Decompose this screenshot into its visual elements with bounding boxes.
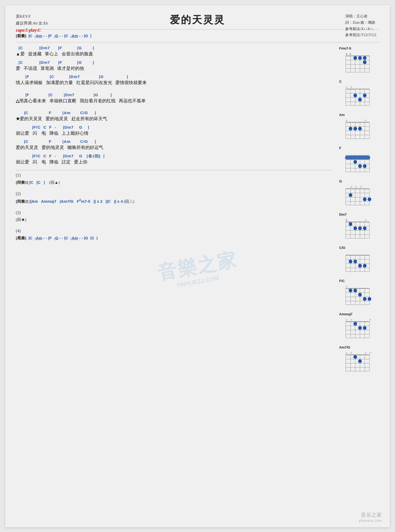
verse1-line2: |C |Dm7 |F |G | 爱 不说谎 算笔画 谁才是对的他: [16, 60, 332, 72]
chorus-line3: |C F |Am C/G | 爱的天灵灵 爱的地灵灵 唿唤所有的好运气: [16, 139, 332, 151]
svg-point-163: [358, 359, 362, 363]
interlude-3: (3) (回★): [16, 210, 332, 223]
chord-grid-f: [344, 151, 373, 175]
interlude-1-note: (回▲): [49, 180, 60, 185]
chord-name-fc: F/C: [339, 279, 345, 283]
chord-grid-am7g: o o o o: [344, 350, 373, 374]
svg-point-95: [353, 226, 357, 230]
chorus: |C F |Am C/G | ★爱的天灵灵 爱的地灵灵 赶走所有的坏天气 |F/…: [16, 110, 332, 165]
finger-label: 参考指法:T121T121: [345, 32, 377, 38]
interlude-2-num: (2): [16, 191, 332, 196]
chords-row: |C |Dm7 |F |G |: [16, 60, 332, 65]
chord-name-dm7: Dm7: [339, 212, 347, 216]
svg-point-109: [349, 260, 352, 263]
chords-row: |F |C |Dm7 |G |: [16, 74, 332, 79]
lyrics-row: 爱 不说谎 算笔画 谁才是对的他: [16, 65, 332, 72]
interlude-1-chords: |C |C |: [29, 180, 48, 185]
section-divider-1: [16, 42, 379, 42]
interlude-1-bracket: [间奏1]: [16, 180, 28, 185]
interlude-4-chords: |C -Am - - |F -G - - |C -Am - - |G |C |: [27, 236, 98, 240]
svg-text:o: o: [350, 85, 352, 89]
svg-point-162: [353, 355, 357, 359]
chord-cg: C/G: [337, 246, 379, 274]
chord-name-ammaj7: Ammaj7: [339, 312, 353, 316]
original-key: 原KEY:F: [16, 13, 48, 20]
header: 原KEY:F 建议男调:Ab 女:Eb capo:5 play:C 爱的天灵灵 …: [16, 13, 379, 27]
svg-text:x: x: [346, 218, 347, 221]
svg-point-94: [349, 222, 352, 226]
svg-point-63: [363, 164, 367, 168]
svg-text:o: o: [369, 351, 371, 354]
svg-text:o: o: [346, 119, 347, 122]
interlude-divider: [16, 170, 332, 170]
chord-fm7-5: F#m7-5 x x: [337, 46, 379, 75]
svg-point-14: [358, 56, 362, 60]
interlude-4-bracket: [尾奏]: [16, 236, 26, 240]
chord-grid-c: o o: [344, 84, 373, 108]
svg-point-125: [349, 289, 352, 292]
chord-diagrams: F#m7-5 x x: [337, 45, 379, 374]
interlude-1: (1) [间奏1] |C |C | (回▲): [16, 173, 332, 186]
prelude-bracket: [前奏]: [16, 34, 26, 38]
chord-g: G o o o: [337, 179, 379, 208]
chord-am: Am o: [337, 113, 379, 141]
interlude-4-num: (4): [16, 229, 332, 233]
chord-name-c: C: [339, 80, 342, 84]
chord-fc: F/C o: [337, 279, 379, 307]
svg-point-78: [349, 193, 352, 197]
svg-text:o: o: [346, 318, 347, 321]
lyrics-label: 詞：Zion 曲：璃路: [345, 20, 377, 26]
svg-point-62: [358, 164, 362, 168]
chorus-line1: |C F |Am C/G | ★爱的天灵灵 爱的地灵灵 赶走所有的坏天气: [16, 110, 332, 122]
svg-point-127: [358, 293, 362, 297]
chord-name-f: F: [339, 146, 341, 150]
brand-cn: 音乐之家: [359, 511, 382, 519]
svg-point-16: [363, 56, 367, 60]
chorus-pre-line1: |F |C |Dm7 |G | △用真心看未来 幸福铁口直断 我拉着月老的红线 …: [16, 92, 332, 104]
interlude-2-note: (回△): [124, 199, 134, 204]
svg-point-13: [353, 56, 357, 60]
chords-row: |C |Dm7 |F |G |: [16, 45, 332, 51]
svg-text:x: x: [349, 52, 351, 55]
interlude-1-num: (1): [16, 173, 332, 178]
prelude-chords: |C -Am - - |F -G - - |C -Am - - |G |: [27, 33, 92, 38]
svg-rect-60: [345, 156, 370, 159]
header-divider: [16, 29, 379, 30]
bottom-brand: 音乐之家 yinyuezj.com: [359, 511, 382, 523]
chorus-line2: |F/C C F - |Dm7 G | 就让爱 闪 电 降临 上上籤好心情: [16, 124, 332, 137]
chords-row: |C F |Am C/G |: [16, 110, 332, 115]
svg-text:o: o: [350, 185, 352, 188]
svg-point-15: [363, 60, 367, 64]
song-title: 爱的天灵灵: [16, 13, 379, 27]
chords-row: |F |C |Dm7 |G |: [16, 92, 332, 98]
interlude-3-line: (回★): [16, 216, 332, 223]
chord-name-cg: C/G: [339, 246, 345, 250]
song-content: |C |Dm7 |F |G | ▲爱 捉迷藏 掌心上 会冒出谁的脸庞 |C |D…: [16, 45, 337, 374]
svg-text:o: o: [346, 285, 347, 288]
chord-grid-fc: o: [344, 284, 373, 307]
svg-text:o: o: [365, 351, 366, 354]
page: 音樂之家 YINYUEZJ.COM 原KEY:F 建议男调:Ab 女:Eb ca…: [5, 5, 390, 527]
verse1-line3: |F |C |Dm7 |G | 情人庙求铜板 加满爱的力量 红鸾星闪闪在发光 爱…: [16, 74, 332, 86]
chords-row: |F/C C F - |Dm7 G (各1拍) |: [16, 153, 332, 159]
suggestion: 建议男调:Ab 女:Eb: [16, 20, 48, 27]
lyrics-row: △用真心看未来 幸福铁口直断 我拉着月老的红线 再远也不孤单: [16, 98, 332, 104]
interlude-3-num: (3): [16, 210, 332, 215]
chord-name-g: G: [339, 179, 342, 183]
svg-point-111: [358, 264, 362, 268]
chord-am7g: Am7/G o o o o: [337, 345, 379, 374]
svg-point-46: [353, 127, 357, 130]
interlude-4-line: [尾奏] |C -Am - - |F -G - - |C -Am - - |G …: [16, 234, 332, 242]
chord-grid-fm7-5: x x: [344, 51, 373, 75]
svg-point-47: [358, 127, 362, 130]
strum-label: 参考刷法:X↑↓X↑↓: [345, 26, 377, 32]
lyrics-row: 就让爱 闪 电 降临 上上籤好心情: [16, 130, 332, 137]
meta-left: 原KEY:F 建议男调:Ab 女:Eb capo:5 play:C: [16, 13, 48, 34]
svg-point-96: [358, 226, 362, 230]
svg-text:o: o: [355, 185, 357, 188]
svg-text:o: o: [346, 85, 347, 89]
chord-grid-g: o o o: [344, 184, 373, 208]
interlude-2-bracket: [间奏2]: [16, 199, 28, 204]
svg-point-30: [353, 94, 357, 97]
chord-grid-ammaj7: o o o: [344, 317, 373, 341]
